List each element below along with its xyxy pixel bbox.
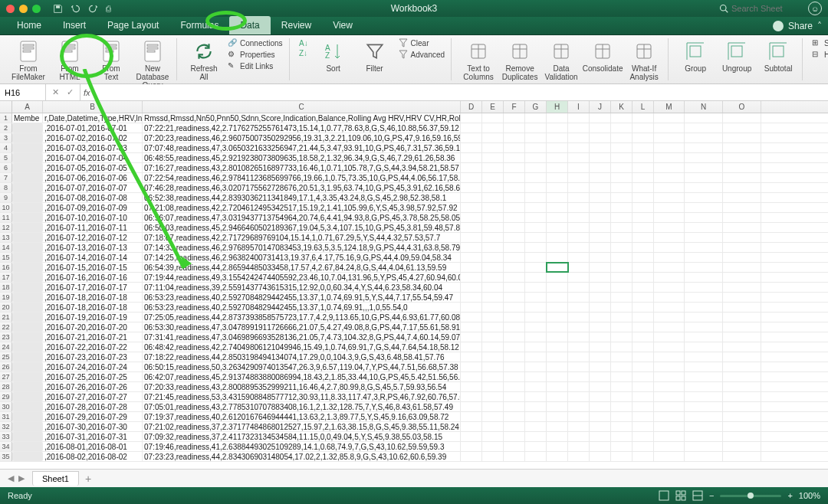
cell[interactable] — [611, 263, 632, 272]
cell[interactable] — [461, 372, 482, 381]
cell[interactable] — [504, 153, 525, 162]
cell[interactable] — [685, 203, 723, 212]
cell[interactable] — [12, 392, 43, 401]
row-header[interactable]: 19 — [0, 293, 12, 302]
cell[interactable] — [611, 382, 632, 391]
cell[interactable] — [632, 313, 654, 322]
cell[interactable] — [568, 273, 590, 282]
cell[interactable] — [461, 432, 482, 441]
cell[interactable] — [654, 283, 685, 292]
cell[interactable] — [547, 283, 568, 292]
cell[interactable] — [461, 422, 482, 431]
cell[interactable] — [590, 203, 611, 212]
cell[interactable] — [525, 402, 547, 411]
cell[interactable] — [504, 362, 525, 371]
cell[interactable] — [482, 113, 504, 123]
undo-icon[interactable] — [71, 4, 80, 14]
tab-formulas[interactable]: Formulas — [169, 16, 229, 34]
cell[interactable]: ,2016-07-12,2016-07-12 — [43, 233, 143, 242]
cell[interactable]: 06:53:23,readiness,40,2.5927084829442455… — [143, 303, 461, 312]
cell[interactable] — [547, 113, 568, 123]
clear-button[interactable]: Clear — [399, 38, 445, 47]
cell[interactable] — [632, 382, 654, 391]
cell[interactable] — [723, 362, 761, 371]
cell[interactable] — [723, 313, 761, 322]
cell[interactable] — [482, 263, 504, 272]
cell[interactable] — [525, 442, 547, 451]
dbquery-button[interactable]: New Database Query — [135, 38, 170, 90]
cell[interactable] — [723, 452, 761, 461]
cell[interactable] — [568, 332, 590, 342]
sheet-nav-prev-icon[interactable]: ◀ — [8, 473, 14, 483]
cell[interactable] — [12, 412, 43, 421]
cell[interactable] — [547, 422, 568, 431]
cell[interactable] — [482, 253, 504, 262]
cell[interactable] — [723, 273, 761, 282]
cell[interactable] — [723, 293, 761, 302]
cell[interactable] — [632, 452, 654, 461]
cell[interactable]: 07:23:23,readiness,44,2.834306903148054,… — [143, 452, 461, 461]
cell[interactable] — [685, 213, 723, 222]
cell[interactable] — [547, 342, 568, 352]
cell[interactable] — [611, 422, 632, 431]
cell[interactable] — [547, 322, 568, 332]
cell[interactable] — [525, 352, 547, 362]
cell[interactable] — [547, 392, 568, 401]
cell[interactable] — [547, 313, 568, 322]
cell[interactable]: 06:53:23,readiness,40,2.5927084829442455… — [143, 293, 461, 302]
cell[interactable]: ,2016-07-23,2016-07-23 — [43, 352, 143, 362]
cell[interactable] — [611, 213, 632, 222]
cell[interactable] — [611, 293, 632, 302]
cell[interactable]: ,2016-07-14,2016-07-14 — [43, 253, 143, 262]
cell[interactable] — [504, 332, 525, 342]
cell[interactable]: ,2016-07-30,2016-07-30 — [43, 422, 143, 431]
cell[interactable] — [568, 293, 590, 302]
cell[interactable] — [611, 352, 632, 362]
cell[interactable] — [723, 322, 761, 332]
cell[interactable] — [611, 432, 632, 441]
cell[interactable] — [654, 313, 685, 322]
cell[interactable] — [461, 303, 482, 312]
select-all-corner[interactable] — [0, 101, 12, 113]
cell[interactable] — [547, 303, 568, 312]
what-if-analysis-button[interactable]: What-If Analysis — [626, 38, 662, 81]
cell[interactable] — [590, 243, 611, 252]
cell[interactable] — [685, 173, 723, 182]
cell[interactable] — [482, 283, 504, 292]
cell[interactable] — [525, 452, 547, 461]
cell[interactable]: 07:14:25,readiness,46,2.96382400731413,1… — [143, 253, 461, 262]
cell[interactable] — [590, 223, 611, 232]
row-header[interactable]: 23 — [0, 332, 12, 342]
cell[interactable] — [632, 223, 654, 232]
cell[interactable] — [461, 163, 482, 172]
cell[interactable] — [723, 133, 761, 142]
cell[interactable] — [568, 382, 590, 391]
cell[interactable] — [12, 293, 43, 302]
name-box[interactable]: H16 — [0, 84, 46, 100]
cell[interactable] — [685, 402, 723, 411]
cell[interactable] — [611, 372, 632, 381]
cell[interactable] — [654, 432, 685, 441]
cell[interactable] — [632, 422, 654, 431]
cell[interactable] — [685, 432, 723, 441]
cell[interactable] — [482, 332, 504, 342]
cell[interactable] — [525, 243, 547, 252]
row-header[interactable]: 1 — [0, 113, 12, 123]
cell[interactable]: ,2016-07-01,2016-07-01 — [43, 123, 143, 133]
tab-page-layout[interactable]: Page Layout — [97, 16, 169, 34]
cell[interactable] — [525, 392, 547, 401]
cell[interactable] — [685, 113, 723, 123]
connections-button[interactable]: 🔗Connections — [228, 38, 283, 47]
cell[interactable] — [723, 392, 761, 401]
save-icon[interactable] — [53, 4, 63, 14]
cell[interactable] — [12, 123, 43, 133]
cell[interactable] — [611, 243, 632, 252]
cell[interactable] — [611, 233, 632, 242]
cell[interactable] — [12, 233, 43, 242]
cell[interactable] — [632, 243, 654, 252]
cell[interactable] — [525, 422, 547, 431]
cell[interactable] — [525, 163, 547, 172]
cell[interactable] — [12, 193, 43, 202]
cell[interactable] — [461, 452, 482, 461]
cell[interactable] — [482, 183, 504, 192]
